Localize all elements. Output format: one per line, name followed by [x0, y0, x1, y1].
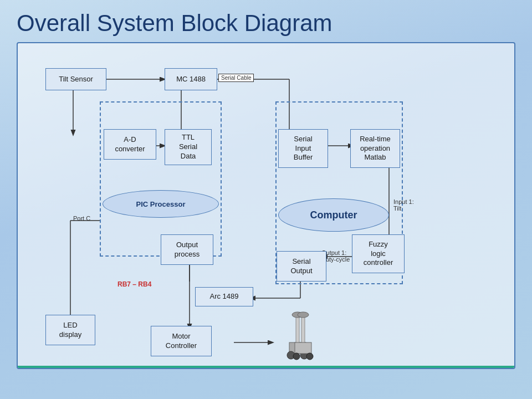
- svg-point-24: [298, 312, 309, 318]
- port-c-label: Port C: [73, 215, 90, 222]
- mc1488-box: MC 1488: [165, 68, 217, 90]
- svg-rect-19: [296, 315, 299, 345]
- ttl-serial-box: TTL Serial Data: [165, 129, 212, 165]
- computer-ellipse: Computer: [278, 198, 389, 232]
- pic-processor-region: [100, 101, 222, 257]
- svg-point-26: [293, 353, 300, 360]
- output-process-box: Output process: [161, 234, 213, 265]
- bottom-accent-line: [18, 366, 514, 368]
- page-title: Overall System Block Diagram: [0, 0, 532, 42]
- serial-input-buffer-box: Serial Input Buffer: [278, 129, 328, 168]
- input1-tilt-label: Input 1:Tilt: [393, 192, 414, 212]
- pic-processor-ellipse: PIC Processor: [103, 190, 219, 218]
- fuzzy-logic-box: Fuzzy logic controller: [352, 234, 405, 273]
- ad-converter-box: A-D converter: [104, 129, 156, 160]
- realtime-matlab-box: Real-time operation Matlab: [350, 129, 400, 168]
- serial-output-box: Serial Output: [277, 251, 326, 282]
- svg-point-27: [306, 353, 313, 360]
- diagram-container: Tilt Sensor MC 1488 Serial Cable A-D con…: [17, 42, 515, 369]
- svg-rect-25: [295, 342, 311, 354]
- serial-cable-label: Serial Cable: [218, 74, 254, 82]
- motor-illustration: [273, 304, 323, 365]
- arc1489-box: Arc 1489: [195, 287, 253, 306]
- tilt-sensor-box: Tilt Sensor: [45, 68, 106, 90]
- rb7-rb4-label: RB7 – RB4: [117, 280, 151, 288]
- svg-rect-23: [301, 315, 305, 345]
- motor-controller-box: Motor Controller: [151, 326, 212, 356]
- led-display-box: LED display: [45, 315, 95, 345]
